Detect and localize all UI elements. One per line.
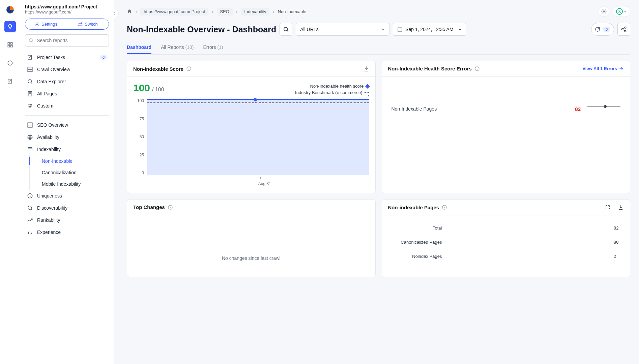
date-select[interactable]: Sep 1, 2024, 12:35 AM: [393, 23, 466, 36]
y-axis: 100 75 50 25 0: [133, 98, 147, 175]
trend-icon: [27, 217, 33, 223]
breadcrumb: › https://www.gopuff.com/ Project › SEO …: [127, 6, 630, 17]
tab-all-reports[interactable]: All Reports (18): [161, 41, 194, 54]
nav-mobile-indexability[interactable]: Mobile Indexability: [38, 178, 109, 190]
nav-label: Canonicalization: [42, 170, 77, 175]
arrow-right-icon: [618, 66, 624, 71]
nav-availability[interactable]: Availability: [25, 131, 109, 143]
download-icon: [618, 204, 624, 210]
chevron-down-icon: [458, 27, 462, 31]
plot-area: Aug 31: [147, 98, 369, 186]
ytick: 75: [133, 117, 144, 121]
info-icon[interactable]: [168, 205, 173, 210]
hbar-canonicalized[interactable]: Canonicalized Pages 80: [388, 238, 624, 246]
bc-seo[interactable]: SEO: [217, 8, 233, 16]
url-filter-select[interactable]: All URLs: [296, 23, 389, 36]
hbar-label: Total: [388, 225, 442, 231]
account-button[interactable]: [613, 6, 630, 17]
select-value: All URLs: [300, 27, 318, 32]
download-button[interactable]: [363, 66, 369, 72]
nav-divider: [25, 242, 109, 242]
user-icon: [616, 8, 623, 15]
sync-button[interactable]: 0: [591, 23, 614, 36]
view-all-errors-link[interactable]: View All 1 Errors: [582, 66, 624, 71]
expand-button[interactable]: [605, 205, 610, 210]
nav-label: Crawl Overview: [37, 67, 70, 72]
settings-gear-button[interactable]: [599, 6, 609, 17]
chevron-right-icon: ›: [273, 9, 274, 14]
card-title: Top Changes: [133, 204, 165, 210]
nav-custom[interactable]: Custom: [25, 100, 109, 112]
search-input[interactable]: [25, 34, 109, 47]
chevron-right-icon: ›: [136, 9, 137, 14]
chevron-right-icon: ›: [212, 9, 213, 14]
nav-crawl-overview[interactable]: Crawl Overview: [25, 63, 109, 75]
tab-count: (1): [217, 44, 223, 50]
nav-label: Experience: [37, 230, 61, 235]
switch-icon: [78, 22, 83, 27]
index-icon: [27, 146, 33, 152]
legend-dash-icon: [365, 92, 369, 93]
gear-icon: [601, 9, 607, 14]
rail-item-tasks[interactable]: [4, 75, 16, 87]
home-icon[interactable]: [127, 9, 132, 14]
nav-seo-overview[interactable]: SEO Overview: [25, 119, 109, 131]
svg-point-20: [619, 10, 620, 11]
rail-item-apps[interactable]: [4, 39, 16, 51]
svg-point-13: [30, 107, 31, 108]
download-button[interactable]: [618, 204, 624, 210]
project-url: https://www.gopuff.com/: [25, 9, 109, 14]
nav-project-tasks[interactable]: Project Tasks 0: [25, 51, 109, 63]
svg-point-10: [28, 80, 32, 83]
svg-rect-2: [8, 46, 9, 47]
icon-rail: [0, 0, 20, 364]
nav-label: Non-Indexable: [42, 158, 72, 164]
info-icon[interactable]: [474, 66, 480, 71]
svg-point-7: [29, 39, 32, 42]
search-button[interactable]: [280, 23, 292, 36]
hbar-label: Noindex Pages: [388, 254, 442, 259]
ytick: 25: [133, 153, 144, 157]
svg-point-12: [31, 104, 32, 105]
bc-project[interactable]: https://www.gopuff.com/ Project: [140, 8, 208, 16]
rail-item-globe[interactable]: [4, 57, 16, 69]
bc-indexability[interactable]: Indexability: [241, 8, 269, 16]
nav-indexability[interactable]: Indexability: [25, 143, 109, 155]
error-row[interactable]: Non-Indexable Pages 82: [388, 82, 624, 136]
switch-button[interactable]: Switch: [67, 19, 109, 29]
settings-button[interactable]: Settings: [25, 19, 67, 29]
rail-item-projects[interactable]: [4, 21, 16, 32]
chevron-left-icon: [114, 11, 116, 16]
nav-all-pages[interactable]: All Pages: [25, 88, 109, 100]
svg-point-23: [625, 27, 626, 29]
nav-divider: [25, 115, 109, 116]
nav-label: Project Tasks: [37, 55, 65, 60]
score-value: 100: [133, 82, 150, 94]
tab-count: (18): [185, 44, 194, 50]
svg-rect-1: [10, 42, 12, 44]
hbar-noindex[interactable]: Noindex Pages 2: [388, 252, 624, 260]
top-changes-card: Top Changes No changes since last crawl: [127, 199, 376, 277]
share-button[interactable]: [617, 23, 630, 36]
card-title: Non-indexable Pages: [388, 205, 439, 210]
nav-experience[interactable]: Experience: [25, 226, 109, 238]
nav-rankability[interactable]: Rankability: [25, 214, 109, 226]
page-header: Non-Indexable Overview - Dashboard All U…: [127, 23, 630, 36]
main: › https://www.gopuff.com/ Project › SEO …: [114, 0, 639, 364]
globe-icon: [27, 134, 33, 140]
svg-point-18: [28, 206, 32, 210]
tab-dashboard[interactable]: Dashboard: [127, 41, 151, 54]
tab-errors[interactable]: Errors (1): [203, 41, 223, 54]
nav-canonicalization[interactable]: Canonicalization: [38, 167, 109, 178]
hbar-total[interactable]: Total 82: [388, 224, 624, 232]
info-icon[interactable]: [442, 205, 447, 210]
nav-data-explorer[interactable]: Data Explorer: [25, 75, 109, 88]
grid-icon: [27, 122, 33, 128]
nav-discoverability[interactable]: Discoverability: [25, 202, 109, 214]
nav-label: Data Explorer: [37, 79, 66, 84]
nav-uniqueness[interactable]: Uniqueness: [25, 190, 109, 202]
link-label: View All 1 Errors: [582, 66, 617, 71]
info-icon[interactable]: [186, 66, 192, 71]
project-title: https://www.gopuff.com/ Project: [25, 4, 109, 9]
nav-non-indexable[interactable]: Non-Indexable: [38, 155, 109, 167]
